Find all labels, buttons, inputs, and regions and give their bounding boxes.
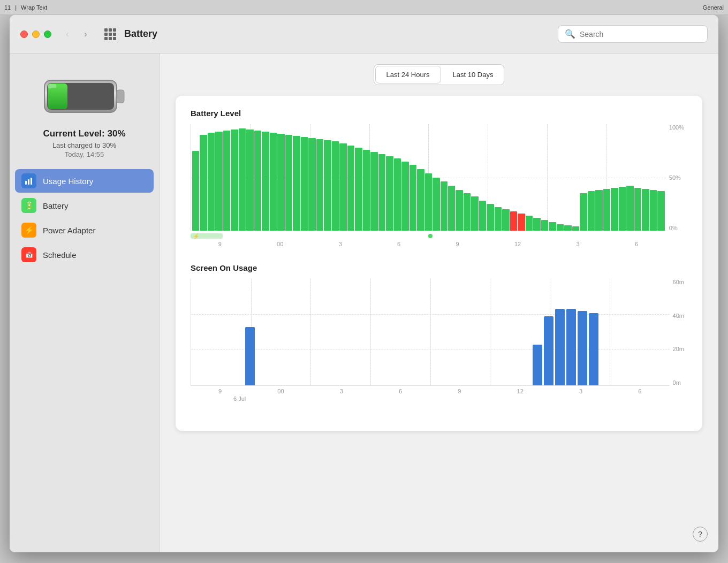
grid-view-button[interactable] bbox=[102, 26, 119, 43]
battery-bar bbox=[557, 224, 564, 231]
battery-bar bbox=[192, 151, 199, 231]
battery-level-chart bbox=[191, 124, 666, 231]
battery-bar bbox=[448, 186, 455, 231]
back-button[interactable]: ‹ bbox=[60, 27, 75, 42]
content-area: Current Level: 30% Last charged to 30% T… bbox=[10, 54, 718, 552]
battery-bar bbox=[441, 181, 448, 231]
battery-bar bbox=[634, 188, 641, 231]
battery-bar bbox=[518, 214, 525, 231]
battery-bar bbox=[200, 135, 207, 231]
battery-bar bbox=[533, 218, 540, 231]
battery-bar bbox=[572, 226, 579, 231]
battery-preferences-window: ‹ › Battery 🔍 bbox=[10, 15, 718, 552]
battery-label: Battery bbox=[43, 201, 69, 210]
screen-usage-title: Screen On Usage bbox=[191, 263, 687, 272]
battery-bar bbox=[611, 188, 618, 231]
battery-bar bbox=[277, 134, 284, 231]
battery-bar bbox=[603, 189, 610, 231]
forward-button[interactable]: › bbox=[78, 27, 93, 42]
battery-icon-sidebar: 🔋 bbox=[21, 198, 36, 213]
search-input[interactable] bbox=[580, 30, 701, 39]
battery-bar bbox=[293, 136, 300, 231]
sidebar: Current Level: 30% Last charged to 30% T… bbox=[10, 54, 160, 552]
battery-bar bbox=[208, 133, 215, 231]
battery-bar bbox=[394, 158, 401, 231]
svg-rect-7 bbox=[31, 178, 32, 185]
battery-bar bbox=[285, 135, 292, 231]
battery-bar bbox=[549, 222, 556, 231]
power-adapter-icon: ⚡ bbox=[21, 223, 36, 238]
traffic-lights bbox=[20, 31, 51, 38]
battery-bar bbox=[270, 133, 277, 231]
battery-bar bbox=[215, 132, 222, 231]
battery-bar bbox=[324, 140, 331, 231]
battery-bar bbox=[378, 154, 385, 231]
screen-usage-bar bbox=[578, 311, 587, 385]
battery-bar bbox=[425, 173, 432, 231]
fullscreen-button[interactable] bbox=[44, 31, 51, 38]
screen-chart-x-labels: 9003691236 bbox=[191, 388, 670, 394]
battery-bar bbox=[580, 193, 587, 231]
sidebar-item-usage-history[interactable]: Usage History bbox=[15, 169, 154, 193]
svg-rect-6 bbox=[28, 179, 29, 185]
sidebar-navigation: Usage History 🔋 Battery ⚡ Power Adapter bbox=[10, 169, 159, 268]
sidebar-item-schedule[interactable]: 📅 Schedule bbox=[15, 243, 154, 267]
battery-bar bbox=[526, 216, 533, 231]
main-content: Last 24 Hours Last 10 Days Battery Level bbox=[160, 54, 718, 552]
battery-bar bbox=[332, 141, 339, 231]
battery-bar bbox=[510, 211, 517, 231]
screen-usage-bars-container bbox=[191, 279, 670, 385]
battery-bar bbox=[626, 186, 633, 231]
help-button[interactable]: ? bbox=[693, 527, 708, 542]
sidebar-item-battery[interactable]: 🔋 Battery bbox=[15, 194, 154, 217]
screen-usage-chart-wrapper: 9003691236 6 Jul 60m 40m 20m 0m bbox=[191, 279, 687, 402]
battery-bar bbox=[246, 130, 253, 231]
titlebar: ‹ › Battery 🔍 bbox=[10, 15, 718, 54]
battery-bar bbox=[456, 190, 462, 231]
battery-bar bbox=[495, 207, 502, 231]
charts-container: Battery Level bbox=[176, 96, 702, 431]
battery-bar bbox=[642, 189, 649, 231]
svg-rect-1 bbox=[117, 90, 124, 103]
battery-bar bbox=[347, 146, 354, 231]
battery-bar bbox=[619, 187, 626, 231]
last-10-days-button[interactable]: Last 10 Days bbox=[442, 65, 504, 85]
search-bar: 🔍 bbox=[558, 25, 708, 43]
screen-usage-chart bbox=[191, 279, 670, 386]
battery-bar bbox=[355, 148, 362, 231]
battery-chart-x-labels: 9003691236 bbox=[191, 241, 666, 247]
battery-bar bbox=[487, 204, 494, 231]
charging-indicator: ⚡ bbox=[191, 233, 666, 239]
battery-bar bbox=[595, 190, 602, 231]
battery-bar bbox=[471, 196, 478, 231]
toolbar-separator: | bbox=[15, 4, 17, 11]
battery-bar bbox=[223, 131, 230, 231]
battery-bar bbox=[386, 156, 393, 231]
close-button[interactable] bbox=[20, 31, 28, 38]
time-period-toggle: Last 24 Hours Last 10 Days bbox=[374, 64, 505, 85]
page-title: Battery bbox=[124, 28, 558, 40]
battery-bar bbox=[239, 128, 246, 231]
search-icon: 🔍 bbox=[565, 29, 575, 39]
battery-bar bbox=[363, 150, 370, 231]
battery-bar bbox=[502, 209, 509, 231]
battery-bar bbox=[301, 137, 308, 231]
toolbar-wrap-text: Wrap Text bbox=[21, 4, 47, 11]
usage-history-icon bbox=[21, 173, 36, 188]
battery-bar bbox=[262, 132, 269, 231]
screen-usage-bar bbox=[544, 316, 553, 385]
sidebar-item-power-adapter[interactable]: ⚡ Power Adapter bbox=[15, 218, 154, 242]
battery-bar bbox=[417, 169, 424, 231]
battery-bar bbox=[657, 191, 664, 231]
battery-level-chart-wrapper: ⚡ 9003691236 bbox=[191, 124, 687, 247]
svg-rect-5 bbox=[25, 181, 27, 185]
battery-bar bbox=[401, 162, 408, 231]
svg-rect-4 bbox=[48, 84, 56, 88]
toolbar: 11 | Wrap Text General bbox=[0, 0, 728, 15]
battery-bar bbox=[308, 138, 315, 231]
last-24-hours-button[interactable]: Last 24 Hours bbox=[375, 66, 441, 83]
screen-usage-bar bbox=[589, 313, 598, 385]
power-adapter-label: Power Adapter bbox=[43, 226, 95, 235]
minimize-button[interactable] bbox=[32, 31, 40, 38]
battery-icon bbox=[42, 75, 127, 118]
